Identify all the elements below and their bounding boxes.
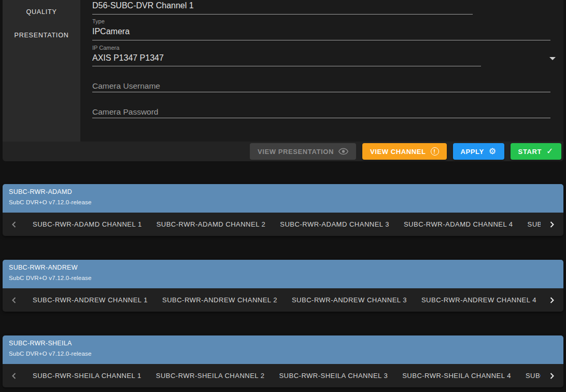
channel-name-underline [92, 14, 473, 15]
device-header[interactable]: SUBC-RWR-ADAMD SubC DVR+O v7.12.0-releas… [3, 184, 563, 213]
channel-tab[interactable]: SUBC-RWR-ADAMD CHANNEL 2 [157, 220, 266, 228]
channel-tab[interactable]: SUBC-RWR-SHEILA CHANNEL 4 [402, 372, 511, 380]
sidebar-tab-presentation[interactable]: PRESENTATION [3, 23, 80, 47]
ip-camera-select[interactable]: AXIS P1347 P1347 [92, 53, 481, 66]
device-card-sheila: SUBC-RWR-SHEILA SubC DVR+O v7.12.0-relea… [3, 335, 563, 387]
type-select-value: IPCamera [92, 27, 130, 36]
device-name: SUBC-RWR-SHEILA [9, 340, 557, 347]
channel-form: SAVE NAME Type IPCamera IP Camera AXIS P… [80, 0, 563, 142]
start-button[interactable]: START ✓ [511, 143, 561, 160]
view-channel-button[interactable]: VIEW CHANNEL ! [362, 143, 447, 160]
chevron-right-icon [548, 372, 556, 380]
device-version: SubC DVR+O v7.12.0-release [9, 351, 557, 357]
camera-password-field[interactable]: Camera Password [92, 107, 159, 117]
channel-tab[interactable]: SUBC-RWR-ADAMD CHANNEL 1 [33, 220, 142, 228]
device-version: SubC DVR+O v7.12.0-release [9, 275, 557, 281]
camera-username-underline [92, 92, 550, 92]
channel-tab[interactable]: SUBC-RWR- [528, 220, 541, 228]
device-name: SUBC-RWR-ADAMD [9, 188, 557, 195]
tabs-prev-button[interactable] [3, 288, 25, 312]
sidebar-tab-quality-label: QUALITY [26, 8, 56, 16]
channel-tabs-row: SUBC-RWR-ANDREW CHANNEL 1 SUBC-RWR-ANDRE… [3, 288, 563, 312]
channel-tabs-strip: SUBC-RWR-ANDREW CHANNEL 1 SUBC-RWR-ANDRE… [25, 288, 541, 312]
channel-tabs-row: SUBC-RWR-ADAMD CHANNEL 1 SUBC-RWR-ADAMD … [3, 213, 563, 236]
channel-tabs-strip: SUBC-RWR-SHEILA CHANNEL 1 SUBC-RWR-SHEIL… [25, 364, 541, 387]
type-select[interactable]: IPCamera [92, 27, 550, 40]
tabs-next-button[interactable] [541, 213, 563, 236]
channel-tab[interactable]: SUBC-RWR-ANDREW CHANNEL 1 [33, 296, 148, 304]
gear-icon: ⚙ [489, 147, 497, 156]
channel-tab[interactable]: SUBC-RWR-SHEILA CHANNEL 1 [33, 372, 142, 380]
channel-tabs-row: SUBC-RWR-SHEILA CHANNEL 1 SUBC-RWR-SHEIL… [3, 364, 563, 387]
alert-circle-icon: ! [431, 147, 439, 156]
chevron-right-icon [548, 221, 556, 228]
chevron-left-icon [10, 297, 18, 304]
tabs-next-button[interactable] [541, 288, 563, 312]
camera-password-underline [92, 118, 550, 118]
channel-tab[interactable]: SUBC-RWR-ANDREW CHANNEL 2 [162, 296, 277, 304]
channel-name-input[interactable] [92, 1, 471, 10]
channel-tab[interactable]: SUBC-RWR-ANDREW CHANNEL 4 [421, 296, 536, 304]
view-presentation-label: VIEW PRESENTATION [258, 148, 334, 156]
channel-tabs-strip: SUBC-RWR-ADAMD CHANNEL 1 SUBC-RWR-ADAMD … [25, 213, 541, 236]
chevron-left-icon [10, 372, 18, 380]
device-header[interactable]: SUBC-RWR-ANDREW SubC DVR+O v7.12.0-relea… [3, 260, 563, 288]
panel-actions-row: VIEW PRESENTATION VIEW CHANNEL ! APPLY ⚙… [3, 142, 563, 161]
view-presentation-button: VIEW PRESENTATION [250, 143, 356, 160]
device-card-andrew: SUBC-RWR-ANDREW SubC DVR+O v7.12.0-relea… [3, 260, 563, 312]
device-card-adamd: SUBC-RWR-ADAMD SubC DVR+O v7.12.0-releas… [3, 184, 563, 236]
channel-tab[interactable]: SUBC-RWR-ADAMD CHANNEL 3 [280, 220, 389, 228]
tabs-prev-button[interactable] [3, 364, 25, 387]
chevron-left-icon [10, 221, 18, 228]
apply-label: APPLY [461, 148, 484, 156]
ip-camera-select-caret-icon[interactable] [549, 57, 556, 60]
device-version: SubC DVR+O v7.12.0-release [9, 199, 557, 205]
channel-settings-panel: QUALITY PRESENTATION SAVE NAME Type IPCa… [3, 0, 563, 161]
tabs-next-button[interactable] [541, 364, 563, 387]
apply-button[interactable]: APPLY ⚙ [453, 143, 504, 160]
sidebar-tab-quality[interactable]: QUALITY [3, 0, 80, 23]
tabs-prev-button[interactable] [3, 213, 25, 236]
channel-tab[interactable]: SUBC-RWR-SHEILA CHANNEL 2 [156, 372, 265, 380]
chevron-right-icon [548, 297, 556, 304]
type-select-underline [92, 40, 550, 40]
settings-sidebar: QUALITY PRESENTATION [3, 0, 80, 142]
camera-username-field[interactable]: Camera Username [92, 81, 160, 91]
device-name: SUBC-RWR-ANDREW [9, 264, 557, 271]
sidebar-tab-presentation-label: PRESENTATION [15, 32, 69, 39]
device-header[interactable]: SUBC-RWR-SHEILA SubC DVR+O v7.12.0-relea… [3, 335, 563, 364]
ip-camera-select-underline [92, 66, 481, 66]
channel-tab[interactable]: SUBC-RWR-SHEILA CHANNEL 3 [279, 372, 388, 380]
ip-camera-select-value: AXIS P1347 P1347 [92, 53, 164, 62]
check-icon: ✓ [546, 147, 554, 156]
start-label: START [518, 148, 542, 156]
view-channel-label: VIEW CHANNEL [370, 148, 426, 156]
channel-tab[interactable]: SUBC-RWR-S [526, 372, 541, 380]
type-field-label: Type [92, 18, 105, 24]
eye-icon [338, 148, 348, 155]
ip-camera-field-label: IP Camera [92, 45, 119, 51]
channel-tab[interactable]: SUBC-RWR-ANDREW CHANNEL 3 [292, 296, 407, 304]
channel-tab[interactable]: SUBC-RWR-ADAMD CHANNEL 4 [404, 220, 513, 228]
